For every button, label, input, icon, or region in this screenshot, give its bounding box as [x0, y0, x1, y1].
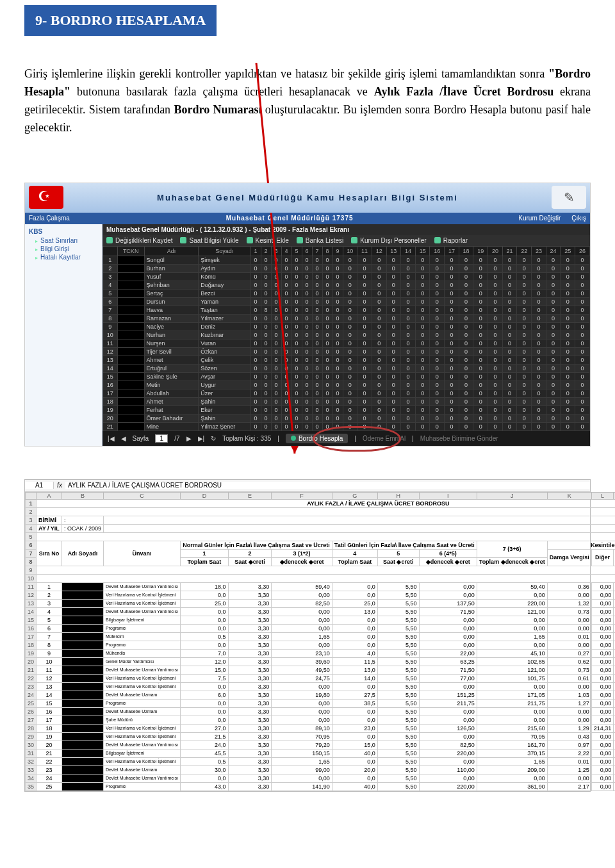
- grid-col-header[interactable]: 3: [271, 246, 281, 256]
- day-cell[interactable]: 0: [445, 297, 459, 306]
- day-cell[interactable]: 0: [386, 347, 401, 356]
- odeme-emri-button[interactable]: Ödeme Emri Al: [363, 435, 406, 442]
- day-cell[interactable]: 0: [473, 306, 488, 314]
- grid-col-header[interactable]: 14: [401, 246, 416, 256]
- day-cell[interactable]: 0: [302, 322, 312, 331]
- day-cell[interactable]: 0: [401, 414, 416, 422]
- tb-kesinti-ekle[interactable]: Kesinti Ekle: [247, 237, 289, 244]
- day-cell[interactable]: 0: [291, 306, 302, 314]
- day-cell[interactable]: 0: [250, 314, 261, 322]
- day-cell[interactable]: 0: [357, 281, 372, 289]
- day-cell[interactable]: 0: [281, 372, 291, 381]
- day-cell[interactable]: 0: [430, 339, 445, 347]
- grid-col-header[interactable]: 23: [532, 246, 546, 256]
- day-cell[interactable]: 0: [302, 256, 312, 264]
- day-cell[interactable]: 0: [312, 347, 322, 356]
- day-cell[interactable]: 0: [473, 397, 488, 405]
- day-cell[interactable]: 0: [386, 297, 401, 306]
- day-cell[interactable]: 0: [488, 272, 503, 281]
- day-cell[interactable]: 0: [488, 389, 503, 397]
- day-cell[interactable]: 0: [430, 272, 445, 281]
- day-cell[interactable]: 0: [261, 372, 271, 381]
- day-cell[interactable]: 0: [532, 256, 546, 264]
- day-cell[interactable]: 0: [281, 422, 291, 430]
- day-cell[interactable]: 0: [401, 306, 416, 314]
- day-cell[interactable]: 0: [372, 297, 386, 306]
- day-cell[interactable]: 0: [261, 347, 271, 356]
- day-cell[interactable]: 0: [372, 414, 386, 422]
- day-cell[interactable]: 0: [459, 314, 473, 322]
- day-cell[interactable]: 0: [459, 389, 473, 397]
- day-cell[interactable]: 0: [261, 272, 271, 281]
- pager-first-icon[interactable]: |◀: [108, 435, 115, 442]
- day-cell[interactable]: 0: [332, 314, 343, 322]
- excel-col-header[interactable]: A: [37, 492, 62, 499]
- day-cell[interactable]: 0: [561, 264, 575, 272]
- day-cell[interactable]: 0: [291, 405, 302, 414]
- day-cell[interactable]: 0: [302, 347, 312, 356]
- tb-saat-bilgisi-yukle[interactable]: Saat Bilgisi Yükle: [180, 237, 238, 244]
- day-cell[interactable]: 0: [430, 356, 445, 364]
- day-cell[interactable]: 0: [302, 306, 312, 314]
- day-cell[interactable]: 0: [473, 372, 488, 381]
- day-cell[interactable]: 0: [459, 256, 473, 264]
- day-cell[interactable]: 0: [532, 397, 546, 405]
- day-cell[interactable]: 0: [488, 422, 503, 430]
- day-cell[interactable]: 0: [386, 397, 401, 405]
- day-cell[interactable]: 0: [415, 272, 430, 281]
- day-cell[interactable]: 0: [415, 331, 430, 339]
- day-cell[interactable]: 0: [343, 414, 357, 422]
- day-cell[interactable]: 0: [445, 256, 459, 264]
- day-cell[interactable]: 0: [561, 289, 575, 297]
- day-cell[interactable]: 0: [357, 331, 372, 339]
- day-cell[interactable]: 0: [322, 297, 332, 306]
- day-cell[interactable]: 0: [250, 264, 261, 272]
- day-cell[interactable]: 0: [302, 414, 312, 422]
- day-cell[interactable]: 0: [445, 347, 459, 356]
- day-cell[interactable]: 0: [488, 306, 503, 314]
- day-cell[interactable]: 0: [281, 331, 291, 339]
- day-cell[interactable]: 0: [517, 264, 532, 272]
- grid-col-header[interactable]: 6: [302, 246, 312, 256]
- day-cell[interactable]: 0: [250, 422, 261, 430]
- day-cell[interactable]: 0: [415, 381, 430, 389]
- day-cell[interactable]: 0: [415, 314, 430, 322]
- day-cell[interactable]: 0: [488, 381, 503, 389]
- day-cell[interactable]: 0: [357, 256, 372, 264]
- day-cell[interactable]: 0: [332, 339, 343, 347]
- day-cell[interactable]: 0: [291, 314, 302, 322]
- day-cell[interactable]: 0: [517, 347, 532, 356]
- day-cell[interactable]: 0: [302, 264, 312, 272]
- grid-col-header[interactable]: 19: [473, 246, 488, 256]
- day-cell[interactable]: 0: [343, 339, 357, 347]
- day-cell[interactable]: 0: [357, 289, 372, 297]
- day-cell[interactable]: 0: [357, 389, 372, 397]
- day-cell[interactable]: 0: [250, 356, 261, 364]
- day-cell[interactable]: 0: [532, 281, 546, 289]
- day-cell[interactable]: 0: [332, 405, 343, 414]
- day-cell[interactable]: 0: [532, 306, 546, 314]
- day-cell[interactable]: 0: [575, 272, 590, 281]
- day-cell[interactable]: 0: [343, 381, 357, 389]
- fx-icon[interactable]: fx: [54, 482, 65, 489]
- day-cell[interactable]: 0: [401, 339, 416, 347]
- day-cell[interactable]: 0: [281, 339, 291, 347]
- day-cell[interactable]: 0: [312, 339, 322, 347]
- day-cell[interactable]: 0: [546, 339, 561, 347]
- grid-col-header[interactable]: 22: [517, 246, 532, 256]
- day-cell[interactable]: 0: [332, 272, 343, 281]
- day-cell[interactable]: 0: [302, 297, 312, 306]
- day-cell[interactable]: 0: [445, 381, 459, 389]
- day-cell[interactable]: 0: [386, 356, 401, 364]
- day-cell[interactable]: 0: [561, 314, 575, 322]
- day-cell[interactable]: 0: [561, 389, 575, 397]
- day-cell[interactable]: 0: [473, 281, 488, 289]
- day-cell[interactable]: 0: [488, 331, 503, 339]
- day-cell[interactable]: 0: [291, 347, 302, 356]
- day-cell[interactable]: 0: [312, 422, 322, 430]
- day-cell[interactable]: 0: [281, 322, 291, 331]
- sidebar-item-hatali-kayitlar[interactable]: Hatalı Kayıtlar: [26, 253, 101, 261]
- tb-banka-listesi[interactable]: Banka Listesi: [297, 237, 343, 244]
- day-cell[interactable]: 0: [415, 347, 430, 356]
- day-cell[interactable]: 0: [473, 381, 488, 389]
